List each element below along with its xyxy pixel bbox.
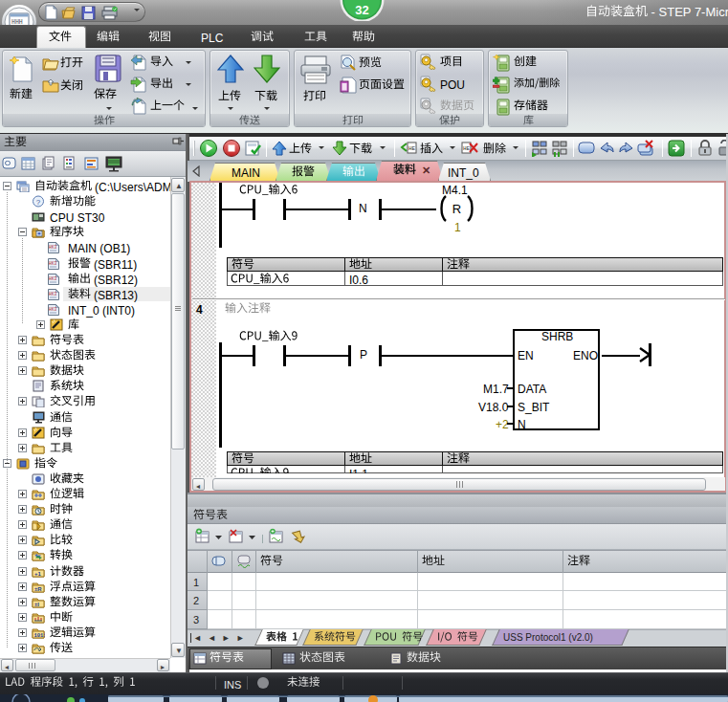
svg-text:R: R — [452, 202, 461, 216]
svg-text:HK3: HK3 — [49, 245, 56, 250]
svg-text:±I: ±I — [34, 602, 39, 607]
svg-text:HK3: HK3 — [49, 276, 56, 281]
svg-text:±R: ±R — [34, 586, 42, 592]
svg-text:HE: HE — [463, 145, 471, 152]
svg-text:1011: 1011 — [34, 632, 46, 639]
svg-text:HK3: HK3 — [49, 292, 56, 296]
svg-text:HK3: HK3 — [49, 261, 56, 266]
svg-text:32: 32 — [355, 3, 368, 17]
svg-text:HK3: HK3 — [49, 307, 56, 312]
svg-text:?: ? — [36, 198, 41, 207]
svg-text:HE: HE — [408, 145, 416, 152]
svg-text:+1: +1 — [34, 571, 42, 577]
